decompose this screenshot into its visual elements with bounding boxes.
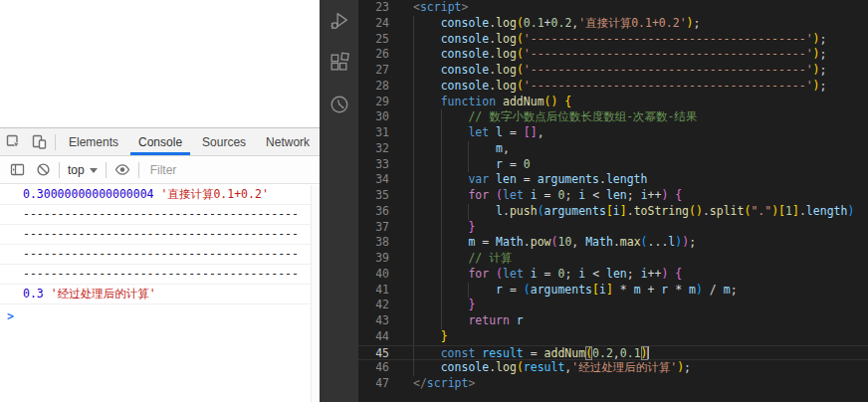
context-selector-dropdown[interactable]: top [63, 163, 103, 177]
code-editor[interactable]: 23<script>24console.log(0.1+0.2,'直接计算0.1… [358, 0, 868, 402]
code-line: 46console.log(result,'经过处理后的计算'); [358, 360, 868, 376]
console-message: ---------------------------------------- [0, 205, 311, 225]
console-message: ---------------------------------------- [0, 225, 311, 245]
clear-console-icon[interactable] [30, 157, 56, 183]
device-toolbar-icon[interactable] [26, 129, 52, 155]
code-line: 43return r [358, 313, 868, 329]
code-line: 25console.log('-------------------------… [358, 32, 868, 48]
code-line: 40for (let i = 0; i < len; i++) { [358, 267, 868, 283]
code-line: 39// 计算 [358, 251, 868, 267]
code-line: 33r = 0 [358, 157, 868, 173]
line-number: 33 [358, 157, 406, 173]
line-number: 42 [358, 298, 406, 313]
text-cursor [648, 346, 650, 359]
line-number: 44 [358, 329, 406, 345]
console-message: ---------------------------------------- [0, 245, 311, 265]
code-line: 42} [358, 298, 868, 313]
code-line: 37} [358, 220, 868, 236]
line-number: 37 [358, 220, 406, 236]
code-line: 26console.log('-------------------------… [358, 47, 868, 63]
line-number: 26 [358, 47, 406, 63]
line-number: 30 [358, 109, 406, 125]
console-prompt-row[interactable]: > [0, 304, 311, 326]
console-message: ---------------------------------------- [0, 265, 311, 285]
browser-left-pane: ElementsConsoleSourcesNetwork [0, 0, 320, 402]
code-line: 44} [358, 329, 868, 345]
code-line: 32m, [358, 141, 868, 157]
screenshot-root: ElementsConsoleSourcesNetwork [0, 0, 868, 402]
line-number: 39 [358, 251, 406, 267]
code-line: 35for (let i = 0; i < len; i++) { [358, 188, 868, 204]
line-number: 25 [358, 32, 406, 48]
code-line: 27console.log('-------------------------… [358, 63, 868, 79]
line-number: 31 [358, 125, 406, 141]
toolbar-separator [55, 134, 56, 150]
line-number: 29 [358, 95, 406, 110]
line-number: 32 [358, 141, 406, 157]
tab-elements[interactable]: Elements [59, 128, 128, 155]
tab-sources[interactable]: Sources [192, 128, 256, 155]
devtools-tabs: ElementsConsoleSourcesNetwork [59, 128, 320, 155]
line-number: 34 [358, 172, 406, 188]
console-scrollbar[interactable] [311, 185, 320, 402]
line-number: 23 [358, 0, 406, 16]
code-line: 38m = Math.pow(10, Math.max(...l)); [358, 235, 868, 251]
line-number: 41 [358, 283, 406, 299]
chevron-down-icon [90, 168, 98, 173]
code-line: 23<script> [358, 0, 868, 16]
line-number: 47 [358, 376, 406, 392]
line-number: 28 [358, 79, 406, 95]
line-number: 43 [358, 313, 406, 329]
tab-console[interactable]: Console [128, 128, 192, 155]
line-number: 38 [358, 235, 406, 251]
extensions-icon[interactable] [320, 42, 358, 84]
console-message: 0.30000000000000004 '直接计算0.1+0.2' [0, 185, 311, 205]
code-line: 31let l = [], [358, 125, 868, 141]
code-line: 41r = (arguments[i] * m + r * m) / m; [358, 283, 868, 299]
line-number: 45 [358, 346, 406, 362]
code-line: 30// 数字小数点后位数长度数组-次幂数-结果 [358, 109, 868, 125]
devtools-tabbar: ElementsConsoleSourcesNetwork [0, 128, 320, 156]
code-line: 28console.log('-------------------------… [358, 79, 868, 95]
tab-network[interactable]: Network [256, 128, 320, 155]
devtools-panel: ElementsConsoleSourcesNetwork [0, 127, 320, 402]
run-and-debug-icon[interactable] [320, 0, 358, 42]
vscode-activity-bar [320, 0, 358, 402]
console-sidebar-icon[interactable] [4, 157, 30, 183]
web-page-blank-area [0, 0, 320, 127]
console-messages: 0.30000000000000004 '直接计算0.1+0.2'-------… [0, 185, 311, 402]
code-line: 36l.push(arguments[i].toString().split("… [358, 204, 868, 220]
line-number: 36 [358, 204, 406, 220]
line-number: 35 [358, 188, 406, 204]
console-message: 0.3 '经过处理后的计算' [0, 285, 311, 304]
clock-icon[interactable] [320, 84, 358, 125]
line-number: 27 [358, 63, 406, 79]
code-line: 29function addNum() { [358, 95, 868, 110]
code-line: 24console.log(0.1+0.2,'直接计算0.1+0.2'); [358, 16, 868, 32]
console-prompt-chevron: > [7, 309, 14, 323]
line-number: 24 [358, 16, 406, 32]
toolbar-separator [106, 162, 107, 178]
console-toolbar: top [0, 156, 320, 184]
console-filter-input[interactable] [150, 163, 280, 177]
code-line: 34var len = arguments.length [358, 172, 868, 188]
context-selector-label: top [68, 163, 85, 177]
code-line: 47</script> [358, 376, 868, 392]
toolbar-separator [138, 162, 139, 178]
vscode-window: 23<script>24console.log(0.1+0.2,'直接计算0.1… [320, 0, 868, 402]
inspect-element-icon[interactable] [0, 129, 26, 155]
toolbar-separator [59, 162, 60, 178]
line-number: 46 [358, 360, 406, 376]
line-number: 40 [358, 267, 406, 283]
live-expression-eye-icon[interactable] [109, 157, 135, 183]
code-line: 45const result = addNum(0.2,0.1) [358, 345, 868, 361]
